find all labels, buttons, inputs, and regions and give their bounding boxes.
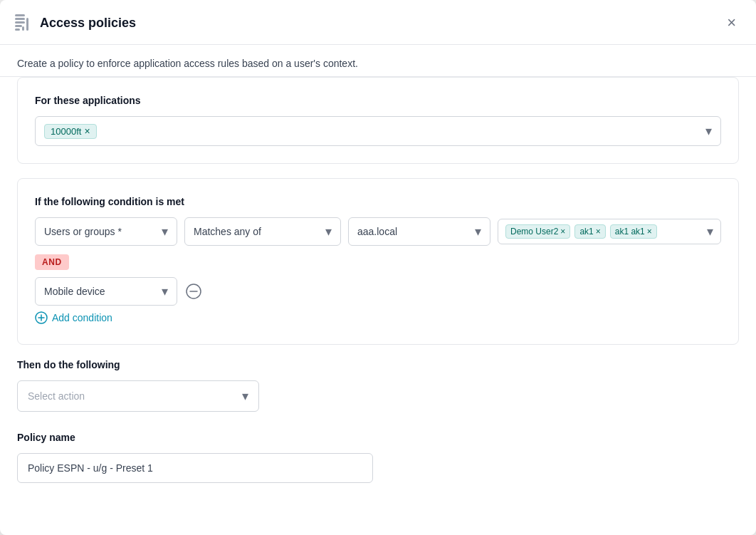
logo-icon — [13, 13, 33, 33]
action-select[interactable]: Select action ▾ — [17, 380, 259, 412]
mobile-device-select[interactable]: Mobile device ▾ — [35, 277, 177, 306]
domain-select[interactable]: aaa.local ▾ — [348, 217, 490, 246]
svg-rect-3 — [15, 25, 22, 27]
plus-circle-icon — [35, 311, 48, 324]
condition-label: If the following condition is met — [35, 196, 721, 207]
value-tag-demouser2: Demo User2 × — [505, 224, 570, 239]
action-section: Then do the following Select action ▾ — [17, 359, 739, 412]
condition-section: If the following condition is met Users … — [17, 178, 739, 345]
operator-chevron-icon: ▾ — [325, 224, 332, 239]
svg-rect-0 — [15, 14, 25, 16]
field-select[interactable]: Users or groups * ▾ — [35, 217, 177, 246]
applications-select[interactable]: 10000ft × ▾ — [35, 116, 721, 146]
applications-label: For these applications — [35, 95, 721, 106]
svg-rect-2 — [15, 21, 25, 24]
header-left: Access policies — [13, 13, 136, 33]
policy-name-label: Policy name — [17, 432, 739, 443]
close-button[interactable]: × — [724, 14, 739, 32]
svg-rect-6 — [22, 26, 24, 31]
add-condition-label: Add condition — [52, 312, 112, 323]
field-select-label: Users or groups * — [44, 226, 122, 237]
svg-rect-1 — [15, 18, 25, 20]
modal-body: For these applications 10000ft × ▾ If th… — [0, 77, 756, 535]
value-tag-ak1: ak1 × — [574, 224, 605, 239]
mobile-device-label: Mobile device — [44, 286, 105, 297]
values-select[interactable]: Demo User2 × ak1 × ak1 ak1 × ▾ — [498, 219, 721, 244]
policy-name-section: Policy name — [17, 432, 739, 483]
mobile-chevron-icon: ▾ — [162, 284, 168, 299]
svg-rect-4 — [15, 28, 20, 31]
action-label: Then do the following — [17, 359, 739, 370]
modal-header: Access policies × — [0, 0, 756, 45]
action-placeholder: Select action — [28, 390, 85, 402]
action-chevron-icon: ▾ — [242, 388, 248, 404]
ak1-close[interactable]: × — [596, 227, 601, 237]
value-tag-ak1ak1: ak1 ak1 × — [610, 224, 657, 239]
field-chevron-icon: ▾ — [162, 224, 168, 239]
demouser2-close[interactable]: × — [560, 227, 565, 237]
condition-row-2: Mobile device ▾ — [35, 277, 721, 306]
operator-select[interactable]: Matches any of ▾ — [184, 217, 341, 246]
svg-rect-5 — [26, 18, 28, 31]
access-policies-modal: Access policies × Create a policy to enf… — [0, 0, 756, 535]
ak1ak1-close[interactable]: × — [647, 227, 652, 237]
minus-circle-icon — [186, 284, 201, 299]
operator-select-label: Matches any of — [194, 226, 261, 237]
domain-chevron-icon: ▾ — [475, 224, 481, 239]
and-badge: AND — [35, 254, 69, 270]
condition-row-1: Users or groups * ▾ Matches any of ▾ aaa… — [35, 217, 721, 246]
domain-select-label: aaa.local — [357, 226, 397, 237]
policy-name-input[interactable] — [17, 453, 373, 483]
app-tag-close[interactable]: × — [84, 126, 90, 136]
modal-title: Access policies — [40, 16, 136, 31]
applications-section: For these applications 10000ft × ▾ — [17, 77, 739, 164]
modal-subtitle: Create a policy to enforce application a… — [0, 45, 756, 76]
remove-condition-button[interactable] — [184, 282, 203, 301]
values-chevron-icon: ▾ — [707, 224, 713, 239]
applications-chevron-icon: ▾ — [705, 123, 712, 139]
add-condition-button[interactable]: Add condition — [35, 308, 112, 327]
app-tag-10000ft: 10000ft × — [44, 124, 97, 139]
